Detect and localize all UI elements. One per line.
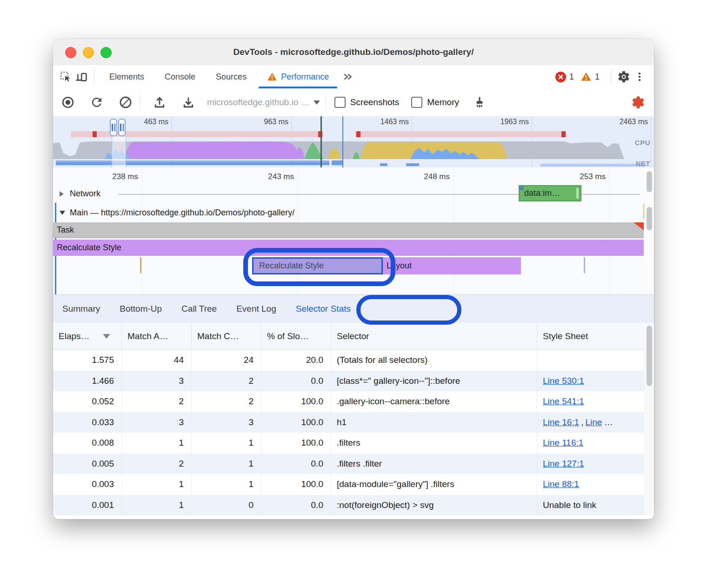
- table-row[interactable]: 0.05222100.0.gallery-icon--camera::befor…: [53, 391, 654, 412]
- scrollbar-thumb[interactable]: [647, 326, 652, 386]
- cpu-track-label: CPU: [635, 139, 650, 147]
- selection-right-handle[interactable]: [118, 119, 126, 136]
- kebab-menu-icon: [634, 71, 645, 83]
- layout-event-bar[interactable]: Layout: [383, 257, 521, 274]
- style-sheet-link[interactable]: Line 116:1: [543, 438, 583, 448]
- collect-garbage-button[interactable]: [471, 94, 488, 111]
- net-track-label: NET: [636, 160, 651, 167]
- header-match-count[interactable]: Match C…: [192, 323, 261, 349]
- scrollbar-thumb[interactable]: [647, 171, 652, 192]
- screenshots-toggle[interactable]: Screenshots: [334, 97, 412, 108]
- more-options-button[interactable]: [632, 69, 647, 85]
- slow-pct-cell: 20.0: [261, 350, 331, 371]
- record-and-reload-button[interactable]: [88, 94, 105, 111]
- style-sheet-cell: Line 127:1: [537, 454, 644, 474]
- device-emulation-icon: [75, 71, 87, 83]
- inspect-element-button[interactable]: [58, 69, 73, 85]
- tab-summary[interactable]: Summary: [62, 304, 100, 314]
- style-sheet-cell: [537, 350, 644, 371]
- clear-recording-button[interactable]: [117, 94, 134, 111]
- screenshots-checkbox[interactable]: [334, 97, 346, 108]
- collapse-triangle-icon[interactable]: [60, 191, 64, 197]
- tab-selector-stats[interactable]: Selector Stats: [296, 304, 351, 314]
- tab-elements[interactable]: Elements: [106, 65, 148, 88]
- long-task-mark: [356, 131, 360, 137]
- tab-bottom-up[interactable]: Bottom-Up: [120, 304, 162, 314]
- selected-recalculate-style-event[interactable]: Recalculate Style: [252, 257, 383, 274]
- settings-button[interactable]: [616, 69, 632, 85]
- long-task-mark: [93, 131, 97, 137]
- table-row[interactable]: 0.03333100.0h1Line 16:1 , Line…: [53, 412, 654, 433]
- main-track-header[interactable]: Main — https://microsoftedge.github.io/D…: [53, 203, 654, 222]
- performance-toolbar: microsoftedge.github.io … Screenshots Me…: [53, 88, 654, 117]
- selector-stats-header: Elaps… Match A… Match C… % of Slo… Selec…: [53, 323, 654, 350]
- table-row[interactable]: 0.005210.0.filters .filterLine 127:1: [53, 454, 654, 474]
- header-selector[interactable]: Selector: [331, 323, 537, 349]
- table-row[interactable]: 0.00811100.0.filtersLine 116:1: [53, 433, 654, 454]
- capture-settings-button[interactable]: [630, 94, 647, 111]
- cpu-activity-chart: [53, 138, 654, 159]
- event-tick-blue[interactable]: [584, 257, 585, 273]
- memory-checkbox[interactable]: [411, 97, 422, 108]
- gear-icon: [617, 70, 631, 84]
- memory-toggle[interactable]: Memory: [411, 97, 471, 108]
- style-sheet-link[interactable]: Line: [585, 417, 602, 428]
- event-tick-orange[interactable]: [140, 257, 141, 273]
- elapsed-cell: 0.001: [53, 495, 122, 516]
- selection-left-handle[interactable]: [110, 119, 117, 136]
- upload-icon: [153, 95, 167, 109]
- table-row[interactable]: 1.575442420.0(Totals for all selectors): [53, 350, 654, 371]
- tab-sources[interactable]: Sources: [212, 65, 250, 88]
- style-sheet-link[interactable]: Line 127:1: [543, 459, 584, 469]
- selection-window[interactable]: [112, 136, 126, 167]
- match-attempts-cell: 1: [122, 495, 192, 516]
- console-errors-button[interactable]: [555, 72, 566, 82]
- recalculate-style-bar[interactable]: Recalculate Style: [53, 240, 644, 256]
- match-count-cell: 24: [192, 350, 261, 371]
- slow-pct-cell: 0.0: [261, 454, 331, 474]
- flame-chart[interactable]: 238 ms243 ms248 ms253 ms Network data:im…: [53, 167, 654, 294]
- header-slow-pct[interactable]: % of Slo…: [261, 323, 331, 349]
- table-row[interactable]: 1.466320.0[class*=" gallery-icon--"]::be…: [53, 371, 654, 392]
- style-sheet-link[interactable]: Line 16:1: [543, 417, 579, 428]
- device-toolbar-button[interactable]: [73, 69, 89, 85]
- more-tabs-button[interactable]: [342, 72, 353, 82]
- ruler-tick-label: 243 ms: [243, 172, 294, 181]
- console-warnings-button[interactable]: [580, 71, 592, 82]
- overview-tick-label: 1463 ms: [358, 118, 409, 126]
- dcl-marker-line: [342, 116, 343, 167]
- window-title: DevTools - microsoftedge.github.io/Demos…: [53, 39, 654, 65]
- table-row[interactable]: 0.00311100.0[data-module="gallery"] .fil…: [53, 474, 654, 495]
- save-profile-button[interactable]: [180, 94, 197, 111]
- expand-triangle-icon[interactable]: [60, 211, 65, 215]
- header-match-attempts[interactable]: Match A…: [122, 323, 192, 349]
- profile-history-select[interactable]: microsoftedge.github.io …: [207, 97, 320, 107]
- load-profile-button[interactable]: [151, 94, 168, 111]
- match-attempts-cell: 2: [122, 391, 192, 412]
- style-sheet-cell: Unable to link: [537, 495, 644, 516]
- network-request-chip[interactable]: data:im…: [519, 185, 581, 201]
- record-button[interactable]: [60, 94, 76, 111]
- header-style-sheet[interactable]: Style Sheet: [537, 323, 644, 349]
- tab-call-tree[interactable]: Call Tree: [181, 304, 217, 314]
- timeline-overview[interactable]: 463 ms963 ms1463 ms1963 ms2463 ms: [53, 116, 654, 167]
- style-sheet-cell: Line 16:1 , Line…: [537, 412, 644, 433]
- tab-performance[interactable]: Performance: [263, 65, 333, 88]
- tab-event-log[interactable]: Event Log: [236, 304, 276, 314]
- long-task-mark: [561, 131, 566, 137]
- elapsed-cell: 0.005: [53, 454, 122, 474]
- style-sheet-cell: Line 541:1: [537, 391, 644, 412]
- header-elapsed[interactable]: Elaps…: [53, 323, 122, 349]
- task-event-bar[interactable]: Task: [53, 222, 644, 238]
- style-sheet-link[interactable]: Line 530:1: [543, 376, 584, 386]
- ruler-tick-label: 238 ms: [87, 172, 138, 181]
- inspect-cursor-icon: [60, 71, 72, 83]
- elapsed-cell: 0.003: [53, 474, 122, 495]
- network-track[interactable]: Network data:im…: [53, 186, 654, 203]
- table-row[interactable]: 0.001100.0:not(foreignObject) > svgUnabl…: [53, 495, 654, 516]
- scrollbar-thumb[interactable]: [647, 207, 652, 230]
- clear-icon: [119, 95, 133, 109]
- style-sheet-link[interactable]: Line 88:1: [543, 479, 579, 489]
- tab-console[interactable]: Console: [161, 65, 199, 88]
- style-sheet-link[interactable]: Line 541:1: [543, 396, 584, 407]
